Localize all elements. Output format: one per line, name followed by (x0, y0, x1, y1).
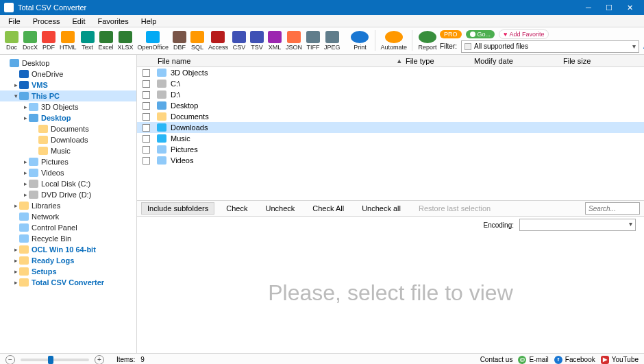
tree-node[interactable]: ▸Desktop (0, 112, 136, 123)
close-button[interactable]: ✕ (619, 0, 640, 15)
convert-json-button[interactable]: JSON (284, 30, 304, 51)
tree-node[interactable]: ▸3D Objects (0, 101, 136, 112)
zoom-slider[interactable] (21, 359, 89, 361)
print-button[interactable]: Print (347, 30, 372, 51)
convert-openoffice-button[interactable]: OpenOffice (136, 30, 171, 51)
folder-tree[interactable]: DesktopOneDrive▸VMS▾This PC▸3D Objects▸D… (0, 55, 137, 353)
add-favorite-button[interactable]: ♥Add Favorite (499, 29, 549, 39)
tree-node[interactable]: ▸Pictures (0, 156, 136, 167)
encoding-label: Encoding: (484, 221, 514, 229)
app-title: Total CSV Converter (18, 3, 86, 12)
tree-node[interactable]: ▸VMS (0, 80, 136, 90)
col-name[interactable]: File name (153, 57, 393, 65)
tree-node[interactable]: ▸Setups (0, 266, 136, 277)
file-row[interactable]: Pictures (137, 144, 644, 155)
tree-node[interactable]: ▾This PC (0, 90, 136, 101)
file-row[interactable]: Downloads (137, 122, 644, 133)
uncheck-all-button[interactable]: Uncheck all (356, 202, 407, 215)
checkbox[interactable] (143, 135, 150, 143)
file-row[interactable]: Videos (137, 155, 644, 166)
zoom-in-button[interactable]: + (95, 355, 104, 365)
menu-file[interactable]: File (3, 16, 26, 26)
encoding-select[interactable] (519, 219, 636, 231)
checkbox[interactable] (143, 102, 150, 110)
filter-label: Filter: (440, 43, 457, 50)
convert-tiff-button[interactable]: TIFF (304, 30, 322, 51)
file-row[interactable]: D:\ (137, 89, 644, 100)
tree-node[interactable]: Music (0, 145, 136, 156)
tree-node[interactable]: OneDrive (0, 69, 136, 80)
checkbox[interactable] (143, 80, 150, 88)
file-row[interactable]: Music (137, 133, 644, 144)
col-date[interactable]: Modify date (470, 57, 559, 65)
convert-access-button[interactable]: Access (206, 30, 230, 51)
tree-node[interactable]: Desktop (0, 58, 136, 69)
report-button[interactable]: Report (415, 30, 440, 51)
menu-favorites[interactable]: Favorites (92, 16, 134, 26)
tree-node[interactable]: Network (0, 211, 136, 222)
menu-help[interactable]: Help (136, 16, 162, 26)
checkbox[interactable] (143, 91, 150, 99)
preview-panel: Please, select file to view (137, 233, 644, 353)
restore-selection-button[interactable]: Restore last selection (412, 202, 497, 215)
convert-xlsx-button[interactable]: XLSX (116, 30, 136, 51)
menu-process[interactable]: Process (27, 16, 66, 26)
include-subfolders-button[interactable]: Include subfolders (141, 202, 214, 215)
search-input[interactable] (585, 202, 640, 215)
file-list[interactable]: 3D ObjectsC:\D:\DesktopDocumentsDownload… (137, 67, 644, 200)
convert-pdf-button[interactable]: PDF (40, 30, 58, 51)
tree-node[interactable]: ▸Total CSV Converter (0, 277, 136, 288)
checkbox[interactable] (143, 157, 150, 165)
tree-node[interactable]: Recycle Bin (0, 233, 136, 244)
check-all-button[interactable]: Check All (306, 202, 350, 215)
zoom-out-button[interactable]: − (5, 355, 15, 365)
checkbox[interactable] (143, 113, 150, 121)
maximize-button[interactable]: ☐ (599, 0, 619, 15)
convert-html-button[interactable]: HTML (58, 30, 79, 51)
uncheck-button[interactable]: Uncheck (259, 202, 301, 215)
file-row[interactable]: 3D Objects (137, 67, 644, 78)
convert-sql-button[interactable]: SQL (188, 30, 206, 51)
convert-jpeg-button[interactable]: JPEG (322, 30, 343, 51)
tree-node[interactable]: Control Panel (0, 222, 136, 233)
menu-edit[interactable]: Edit (66, 16, 90, 26)
tree-node[interactable]: ▸Local Disk (C:) (0, 178, 136, 189)
items-label: Items: (116, 356, 135, 363)
facebook-link[interactable]: fFacebook (554, 356, 595, 364)
tree-node[interactable]: ▸DVD Drive (D:) (0, 189, 136, 200)
convert-csv-button[interactable]: CSV (230, 30, 248, 51)
tree-node[interactable]: ▸Libraries (0, 200, 136, 211)
file-row[interactable]: C:\ (137, 78, 644, 89)
col-type[interactable]: File type (401, 57, 470, 65)
tree-node[interactable]: Downloads (0, 134, 136, 145)
email-link[interactable]: @E-mail (518, 356, 548, 364)
main-panel: File name ▴ File type Modify date File s… (137, 55, 644, 353)
tree-node[interactable]: Documents (0, 123, 136, 134)
tree-node[interactable]: ▸Ready Logs (0, 255, 136, 266)
convert-doc-button[interactable]: Doc (3, 30, 21, 51)
go-button[interactable]: Go... (466, 30, 495, 38)
file-row[interactable]: Desktop (137, 100, 644, 111)
convert-xml-button[interactable]: XML (266, 30, 284, 51)
convert-tsv-button[interactable]: TSV (248, 30, 266, 51)
convert-text-button[interactable]: Text (79, 30, 97, 51)
tree-node[interactable]: ▸Videos (0, 167, 136, 178)
toolbar: DocDocXPDFHTMLTextExcelXLSXOpenOfficeDBF… (0, 27, 644, 55)
col-size[interactable]: File size (559, 57, 595, 65)
tree-node[interactable]: ▸OCL Win 10 64-bit (0, 244, 136, 255)
checkbox[interactable] (143, 124, 150, 132)
file-row[interactable]: Documents (137, 111, 644, 122)
automate-button[interactable]: Automate (378, 30, 409, 51)
selection-bar: Include subfolders Check Uncheck Check A… (137, 200, 644, 217)
checkbox[interactable] (143, 69, 150, 77)
youtube-link[interactable]: ▶YouTube (601, 356, 639, 364)
convert-docx-button[interactable]: DocX (21, 30, 40, 51)
convert-dbf-button[interactable]: DBF (171, 30, 188, 51)
file-list-header[interactable]: File name ▴ File type Modify date File s… (137, 55, 644, 67)
status-bar: − + Items: 9 Contact us @E-mail fFaceboo… (0, 353, 644, 364)
minimize-button[interactable]: ─ (578, 0, 599, 15)
filter-select[interactable]: All supported files ▾ (461, 40, 639, 53)
convert-excel-button[interactable]: Excel (97, 30, 116, 51)
check-button[interactable]: Check (220, 202, 253, 215)
checkbox[interactable] (143, 146, 150, 154)
